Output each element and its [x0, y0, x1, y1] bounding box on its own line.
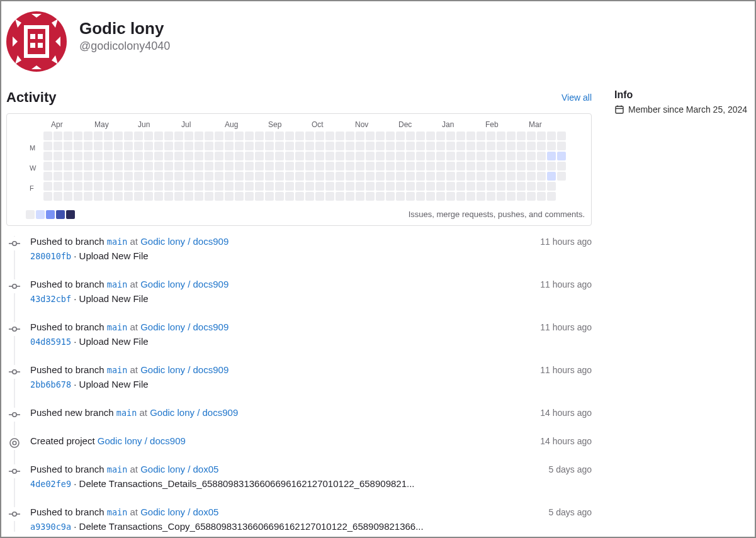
calendar-cell[interactable] [507, 132, 516, 140]
calendar-cell[interactable] [104, 142, 113, 150]
calendar-cell[interactable] [205, 172, 213, 181]
calendar-cell[interactable] [245, 162, 254, 171]
calendar-cell[interactable] [517, 192, 526, 201]
calendar-cell[interactable] [64, 172, 72, 181]
calendar-cell[interactable] [134, 152, 143, 160]
calendar-cell[interactable] [84, 172, 93, 181]
calendar-cell[interactable] [487, 192, 495, 201]
calendar-cell[interactable] [195, 162, 203, 171]
calendar-cell[interactable] [94, 142, 103, 150]
calendar-cell[interactable] [557, 142, 566, 150]
calendar-cell[interactable] [305, 162, 314, 171]
calendar-cell[interactable] [285, 192, 294, 201]
calendar-cell[interactable] [54, 162, 62, 171]
calendar-cell[interactable] [547, 192, 556, 201]
calendar-cell[interactable] [74, 142, 82, 150]
calendar-cell[interactable] [426, 182, 435, 191]
calendar-cell[interactable] [174, 142, 183, 150]
calendar-cell[interactable] [446, 132, 455, 140]
calendar-cell[interactable] [426, 192, 435, 201]
calendar-cell[interactable] [366, 162, 375, 171]
calendar-cell[interactable] [517, 152, 526, 160]
calendar-cell[interactable] [64, 152, 72, 160]
calendar-cell[interactable] [537, 182, 546, 191]
calendar-cell[interactable] [215, 132, 223, 140]
calendar-cell[interactable] [396, 172, 405, 181]
calendar-cell[interactable] [557, 152, 566, 160]
branch-link[interactable]: main [116, 408, 137, 418]
calendar-cell[interactable] [346, 152, 354, 160]
calendar-cell[interactable] [295, 152, 304, 160]
calendar-cell[interactable] [396, 142, 405, 150]
calendar-cell[interactable] [144, 162, 153, 171]
calendar-cell[interactable] [497, 182, 505, 191]
calendar-cell[interactable] [537, 192, 546, 201]
calendar-cell[interactable] [164, 142, 173, 150]
calendar-cell[interactable] [406, 152, 415, 160]
calendar-cell[interactable] [376, 132, 385, 140]
calendar-cell[interactable] [456, 132, 465, 140]
calendar-cell[interactable] [174, 182, 183, 191]
calendar-cell[interactable] [184, 182, 193, 191]
calendar-cell[interactable] [527, 192, 536, 201]
calendar-cell[interactable] [43, 192, 52, 201]
calendar-cell[interactable] [537, 132, 546, 140]
calendar-cell[interactable] [255, 162, 264, 171]
calendar-cell[interactable] [114, 152, 123, 160]
calendar-cell[interactable] [356, 152, 364, 160]
calendar-cell[interactable] [396, 182, 405, 191]
calendar-cell[interactable] [245, 182, 254, 191]
calendar-cell[interactable] [295, 132, 304, 140]
calendar-cell[interactable] [215, 192, 223, 201]
commit-sha-link[interactable]: 4de02fe9 [30, 479, 71, 489]
calendar-cell[interactable] [184, 162, 193, 171]
calendar-cell[interactable] [456, 192, 465, 201]
calendar-cell[interactable] [325, 162, 334, 171]
calendar-cell[interactable] [426, 132, 435, 140]
calendar-cell[interactable] [235, 132, 244, 140]
calendar-cell[interactable] [104, 182, 113, 191]
calendar-cell[interactable] [547, 182, 556, 191]
calendar-cell[interactable] [74, 192, 82, 201]
calendar-cell[interactable] [406, 182, 415, 191]
calendar-cell[interactable] [315, 182, 324, 191]
calendar-cell[interactable] [245, 152, 254, 160]
calendar-cell[interactable] [94, 182, 103, 191]
calendar-cell[interactable] [215, 182, 223, 191]
view-all-link[interactable]: View all [561, 92, 592, 103]
calendar-cell[interactable] [426, 152, 435, 160]
calendar-cell[interactable] [43, 142, 52, 150]
calendar-cell[interactable] [356, 162, 364, 171]
calendar-cell[interactable] [537, 162, 546, 171]
calendar-cell[interactable] [547, 142, 556, 150]
calendar-cell[interactable] [406, 132, 415, 140]
calendar-cell[interactable] [235, 192, 244, 201]
calendar-cell[interactable] [416, 142, 425, 150]
calendar-cell[interactable] [346, 142, 354, 150]
calendar-cell[interactable] [396, 192, 405, 201]
calendar-cell[interactable] [376, 162, 385, 171]
calendar-cell[interactable] [487, 162, 495, 171]
calendar-cell[interactable] [346, 182, 354, 191]
calendar-cell[interactable] [517, 172, 526, 181]
calendar-cell[interactable] [456, 152, 465, 160]
commit-sha-link[interactable]: 280010fb [30, 251, 71, 261]
calendar-cell[interactable] [356, 192, 364, 201]
calendar-cell[interactable] [386, 142, 395, 150]
calendar-cell[interactable] [487, 142, 495, 150]
repo-link[interactable]: Godic lony / docs909 [150, 407, 238, 418]
calendar-cell[interactable] [537, 142, 546, 150]
calendar-cell[interactable] [184, 152, 193, 160]
calendar-cell[interactable] [456, 162, 465, 171]
calendar-cell[interactable] [426, 162, 435, 171]
calendar-cell[interactable] [497, 192, 505, 201]
calendar-cell[interactable] [124, 172, 133, 181]
calendar-cell[interactable] [325, 152, 334, 160]
calendar-cell[interactable] [184, 172, 193, 181]
calendar-cell[interactable] [386, 192, 395, 201]
calendar-cell[interactable] [265, 142, 274, 150]
repo-link[interactable]: Godic lony / docs909 [140, 236, 228, 247]
calendar-cell[interactable] [154, 142, 163, 150]
calendar-cell[interactable] [54, 192, 62, 201]
calendar-cell[interactable] [255, 172, 264, 181]
